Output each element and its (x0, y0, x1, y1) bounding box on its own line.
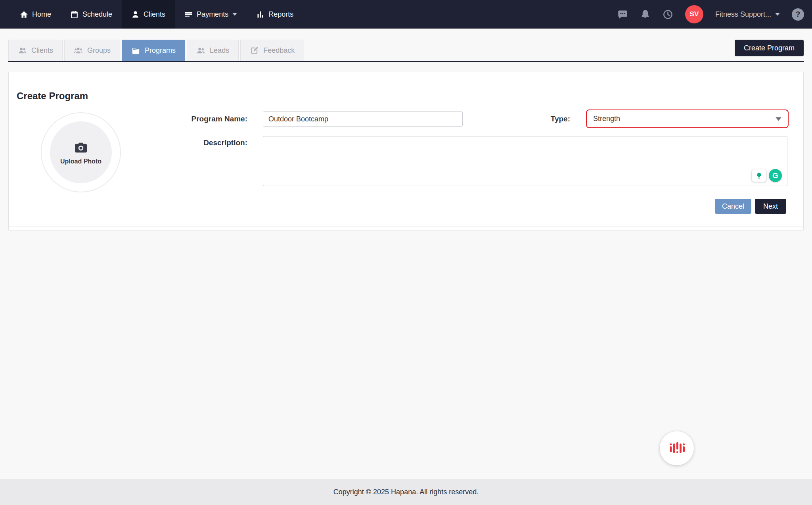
calendar-icon (70, 10, 79, 19)
tab-clients[interactable]: Clients (8, 40, 63, 61)
groups-tab-icon (74, 46, 83, 55)
tab-strip-underline (8, 61, 804, 62)
nav-payments-label: Payments (197, 10, 228, 19)
chevron-down-icon (776, 117, 781, 121)
nav-item-home[interactable]: Home (10, 0, 61, 29)
card-bottom-divider (9, 226, 803, 227)
clients-tab-icon (18, 46, 27, 55)
avatar[interactable]: SV (685, 5, 703, 23)
tab-leads[interactable]: Leads (187, 40, 239, 61)
upload-photo-inner: Upload Photo (50, 121, 112, 183)
suggestion-icon[interactable] (752, 169, 766, 182)
chat-icon[interactable] (617, 9, 628, 20)
nav-item-payments[interactable]: Payments (175, 0, 247, 29)
payments-icon (184, 10, 193, 19)
tab-leads-label: Leads (210, 46, 229, 55)
description-textarea[interactable] (263, 136, 787, 186)
cancel-button[interactable]: Cancel (715, 199, 751, 214)
tab-clients-label: Clients (31, 46, 53, 55)
account-name: Fitness Support... (715, 10, 771, 19)
grammarly-icon[interactable]: G (769, 169, 782, 182)
nav-schedule-label: Schedule (82, 10, 112, 19)
form-actions: Cancel Next (715, 199, 786, 214)
clock-icon[interactable] (663, 9, 673, 20)
screen: Home Schedule Clients Payments (0, 0, 812, 505)
person-icon (131, 10, 140, 19)
description-label: Description: (148, 138, 247, 147)
account-menu[interactable]: Fitness Support... (715, 10, 780, 19)
program-name-input[interactable] (263, 111, 463, 127)
nav-item-reports[interactable]: Reports (247, 0, 303, 29)
nav-item-schedule[interactable]: Schedule (61, 0, 122, 29)
description-field-wrap: G (263, 136, 787, 186)
copyright-text: Copyright © 2025 Hapana. All rights rese… (333, 488, 479, 496)
leads-tab-icon (196, 46, 205, 55)
create-program-button[interactable]: Create Program (735, 40, 804, 56)
writing-assistant-icons: G (752, 169, 782, 182)
hapana-logo-icon (667, 439, 686, 458)
type-selected-value: Strength (593, 115, 620, 123)
nav-utilities: SV Fitness Support... ? (617, 0, 812, 29)
tabs: Clients Groups Programs Leads (8, 40, 304, 61)
tab-feedback[interactable]: Feedback (240, 40, 304, 61)
home-icon (20, 10, 28, 19)
tab-groups[interactable]: Groups (64, 40, 120, 61)
grammarly-glyph: G (772, 171, 778, 180)
program-name-label: Program Name: (148, 111, 247, 127)
upload-photo-label: Upload Photo (60, 158, 102, 165)
footer: Copyright © 2025 Hapana. All rights rese… (0, 479, 812, 505)
nav-clients-label: Clients (144, 10, 165, 19)
help-glyph: ? (796, 10, 801, 19)
nav-home-label: Home (32, 10, 51, 19)
caret-down-icon (775, 13, 780, 16)
type-label: Type: (511, 109, 570, 128)
caret-down-icon (232, 13, 237, 16)
top-navbar: Home Schedule Clients Payments (0, 0, 812, 29)
page-title: Create Program (17, 90, 88, 102)
support-launcher-button[interactable] (660, 431, 694, 465)
next-button[interactable]: Next (755, 199, 786, 214)
programs-tab-icon (131, 46, 140, 55)
camera-icon (74, 140, 88, 154)
upload-photo-button[interactable]: Upload Photo (41, 112, 121, 192)
tab-strip: Clients Groups Programs Leads (0, 40, 812, 61)
create-program-card: Create Program Upload Photo Program Name… (8, 72, 804, 230)
reports-icon (256, 10, 264, 19)
help-icon[interactable]: ? (792, 8, 804, 21)
nav-reports-label: Reports (268, 10, 293, 19)
tab-programs[interactable]: Programs (122, 40, 185, 61)
feedback-tab-icon (250, 46, 259, 55)
bell-icon[interactable] (640, 9, 651, 20)
tab-programs-label: Programs (145, 46, 176, 55)
nav-item-clients[interactable]: Clients (122, 0, 175, 29)
tab-groups-label: Groups (87, 46, 111, 55)
avatar-initials: SV (690, 10, 699, 18)
type-select[interactable]: Strength (586, 109, 789, 128)
nav-menu: Home Schedule Clients Payments (0, 0, 303, 29)
tab-feedback-label: Feedback (263, 46, 295, 55)
